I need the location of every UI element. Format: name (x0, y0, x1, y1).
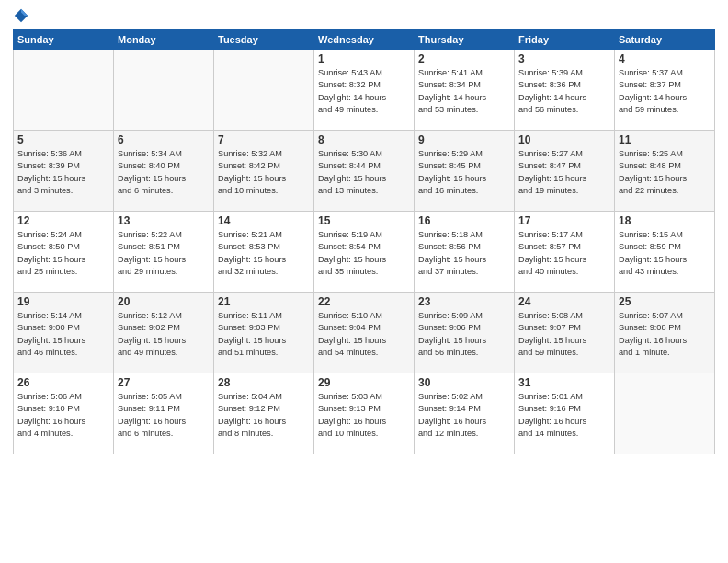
calendar-cell: 25Sunrise: 5:07 AMSunset: 9:08 PMDayligh… (615, 293, 715, 373)
calendar-cell: 4Sunrise: 5:37 AMSunset: 8:37 PMDaylight… (615, 50, 715, 131)
day-number: 29 (318, 376, 410, 389)
day-info: Sunrise: 5:07 AMSunset: 9:08 PMDaylight:… (619, 310, 711, 359)
day-number: 9 (418, 133, 510, 146)
day-number: 3 (518, 52, 610, 65)
calendar-cell: 29Sunrise: 5:03 AMSunset: 9:13 PMDayligh… (314, 373, 415, 454)
calendar-cell: 5Sunrise: 5:36 AMSunset: 8:39 PMDaylight… (14, 131, 114, 212)
day-info: Sunrise: 5:39 AMSunset: 8:36 PMDaylight:… (518, 67, 610, 116)
calendar-header (13, 9, 715, 24)
calendar-cell (615, 373, 715, 454)
day-info: Sunrise: 5:29 AMSunset: 8:45 PMDaylight:… (418, 148, 510, 197)
calendar-cell: 31Sunrise: 5:01 AMSunset: 9:16 PMDayligh… (515, 373, 615, 454)
calendar-cell: 26Sunrise: 5:06 AMSunset: 9:10 PMDayligh… (14, 373, 114, 454)
day-info: Sunrise: 5:01 AMSunset: 9:16 PMDaylight:… (518, 391, 610, 440)
header-cell-wednesday: Wednesday (314, 30, 415, 50)
day-number: 4 (619, 52, 711, 65)
day-number: 13 (118, 214, 210, 227)
header-row: SundayMondayTuesdayWednesdayThursdayFrid… (14, 30, 715, 50)
calendar-cell: 17Sunrise: 5:17 AMSunset: 8:57 PMDayligh… (515, 212, 615, 293)
calendar-cell: 10Sunrise: 5:27 AMSunset: 8:47 PMDayligh… (515, 131, 615, 212)
day-number: 23 (418, 295, 510, 308)
day-number: 6 (118, 133, 210, 146)
day-number: 19 (17, 295, 109, 308)
calendar-week-4: 19Sunrise: 5:14 AMSunset: 9:00 PMDayligh… (14, 293, 715, 373)
day-number: 11 (619, 133, 711, 146)
calendar-week-2: 5Sunrise: 5:36 AMSunset: 8:39 PMDaylight… (14, 131, 715, 212)
day-number: 31 (518, 376, 610, 389)
day-info: Sunrise: 5:04 AMSunset: 9:12 PMDaylight:… (218, 391, 310, 440)
day-number: 27 (118, 376, 210, 389)
day-number: 10 (518, 133, 610, 146)
calendar-week-5: 26Sunrise: 5:06 AMSunset: 9:10 PMDayligh… (14, 373, 715, 454)
day-info: Sunrise: 5:21 AMSunset: 8:53 PMDaylight:… (218, 229, 310, 278)
day-info: Sunrise: 5:14 AMSunset: 9:00 PMDaylight:… (17, 310, 109, 359)
day-info: Sunrise: 5:17 AMSunset: 8:57 PMDaylight:… (518, 229, 610, 278)
calendar-cell: 27Sunrise: 5:05 AMSunset: 9:11 PMDayligh… (114, 373, 214, 454)
day-info: Sunrise: 5:36 AMSunset: 8:39 PMDaylight:… (17, 148, 109, 197)
day-info: Sunrise: 5:19 AMSunset: 8:54 PMDaylight:… (318, 229, 410, 278)
day-info: Sunrise: 5:37 AMSunset: 8:37 PMDaylight:… (619, 67, 711, 116)
calendar-cell: 20Sunrise: 5:12 AMSunset: 9:02 PMDayligh… (114, 293, 214, 373)
calendar-cell: 18Sunrise: 5:15 AMSunset: 8:59 PMDayligh… (615, 212, 715, 293)
day-number: 21 (218, 295, 310, 308)
calendar-cell: 28Sunrise: 5:04 AMSunset: 9:12 PMDayligh… (214, 373, 314, 454)
day-info: Sunrise: 5:30 AMSunset: 8:44 PMDaylight:… (318, 148, 410, 197)
calendar-cell (114, 50, 214, 131)
header-cell-tuesday: Tuesday (214, 30, 314, 50)
day-number: 25 (619, 295, 711, 308)
header-cell-sunday: Sunday (14, 30, 114, 50)
calendar-cell: 7Sunrise: 5:32 AMSunset: 8:42 PMDaylight… (214, 131, 314, 212)
day-number: 5 (17, 133, 109, 146)
day-number: 17 (518, 214, 610, 227)
day-info: Sunrise: 5:43 AMSunset: 8:32 PMDaylight:… (318, 67, 410, 116)
day-number: 7 (218, 133, 310, 146)
day-info: Sunrise: 5:10 AMSunset: 9:04 PMDaylight:… (318, 310, 410, 359)
day-number: 16 (418, 214, 510, 227)
day-info: Sunrise: 5:18 AMSunset: 8:56 PMDaylight:… (418, 229, 510, 278)
day-info: Sunrise: 5:11 AMSunset: 9:03 PMDaylight:… (218, 310, 310, 359)
day-number: 14 (218, 214, 310, 227)
calendar-cell: 19Sunrise: 5:14 AMSunset: 9:00 PMDayligh… (14, 293, 114, 373)
day-number: 2 (418, 52, 510, 65)
day-info: Sunrise: 5:34 AMSunset: 8:40 PMDaylight:… (118, 148, 210, 197)
header-cell-saturday: Saturday (615, 30, 715, 50)
calendar-cell: 16Sunrise: 5:18 AMSunset: 8:56 PMDayligh… (415, 212, 515, 293)
day-info: Sunrise: 5:24 AMSunset: 8:50 PMDaylight:… (17, 229, 109, 278)
calendar-cell: 13Sunrise: 5:22 AMSunset: 8:51 PMDayligh… (114, 212, 214, 293)
day-info: Sunrise: 5:05 AMSunset: 9:11 PMDaylight:… (118, 391, 210, 440)
day-info: Sunrise: 5:41 AMSunset: 8:34 PMDaylight:… (418, 67, 510, 116)
day-number: 12 (17, 214, 109, 227)
day-info: Sunrise: 5:15 AMSunset: 8:59 PMDaylight:… (619, 229, 711, 278)
calendar-cell (214, 50, 314, 131)
calendar-cell: 15Sunrise: 5:19 AMSunset: 8:54 PMDayligh… (314, 212, 415, 293)
day-number: 30 (418, 376, 510, 389)
day-info: Sunrise: 5:25 AMSunset: 8:48 PMDaylight:… (619, 148, 711, 197)
calendar-cell: 24Sunrise: 5:08 AMSunset: 9:07 PMDayligh… (515, 293, 615, 373)
day-info: Sunrise: 5:09 AMSunset: 9:06 PMDaylight:… (418, 310, 510, 359)
calendar-cell: 8Sunrise: 5:30 AMSunset: 8:44 PMDaylight… (314, 131, 415, 212)
day-number: 1 (318, 52, 410, 65)
day-number: 22 (318, 295, 410, 308)
calendar-cell: 23Sunrise: 5:09 AMSunset: 9:06 PMDayligh… (415, 293, 515, 373)
day-number: 15 (318, 214, 410, 227)
logo-icon (13, 7, 29, 24)
calendar-table: SundayMondayTuesdayWednesdayThursdayFrid… (13, 29, 715, 454)
logo (13, 9, 31, 24)
calendar-cell (14, 50, 114, 131)
day-info: Sunrise: 5:22 AMSunset: 8:51 PMDaylight:… (118, 229, 210, 278)
day-info: Sunrise: 5:08 AMSunset: 9:07 PMDaylight:… (518, 310, 610, 359)
day-info: Sunrise: 5:32 AMSunset: 8:42 PMDaylight:… (218, 148, 310, 197)
day-info: Sunrise: 5:02 AMSunset: 9:14 PMDaylight:… (418, 391, 510, 440)
calendar-cell: 3Sunrise: 5:39 AMSunset: 8:36 PMDaylight… (515, 50, 615, 131)
day-info: Sunrise: 5:27 AMSunset: 8:47 PMDaylight:… (518, 148, 610, 197)
day-number: 26 (17, 376, 109, 389)
day-info: Sunrise: 5:03 AMSunset: 9:13 PMDaylight:… (318, 391, 410, 440)
day-number: 18 (619, 214, 711, 227)
day-number: 24 (518, 295, 610, 308)
calendar-week-3: 12Sunrise: 5:24 AMSunset: 8:50 PMDayligh… (14, 212, 715, 293)
header-cell-monday: Monday (114, 30, 214, 50)
calendar-cell: 6Sunrise: 5:34 AMSunset: 8:40 PMDaylight… (114, 131, 214, 212)
calendar-cell: 21Sunrise: 5:11 AMSunset: 9:03 PMDayligh… (214, 293, 314, 373)
calendar-cell: 12Sunrise: 5:24 AMSunset: 8:50 PMDayligh… (14, 212, 114, 293)
calendar-cell: 2Sunrise: 5:41 AMSunset: 8:34 PMDaylight… (415, 50, 515, 131)
